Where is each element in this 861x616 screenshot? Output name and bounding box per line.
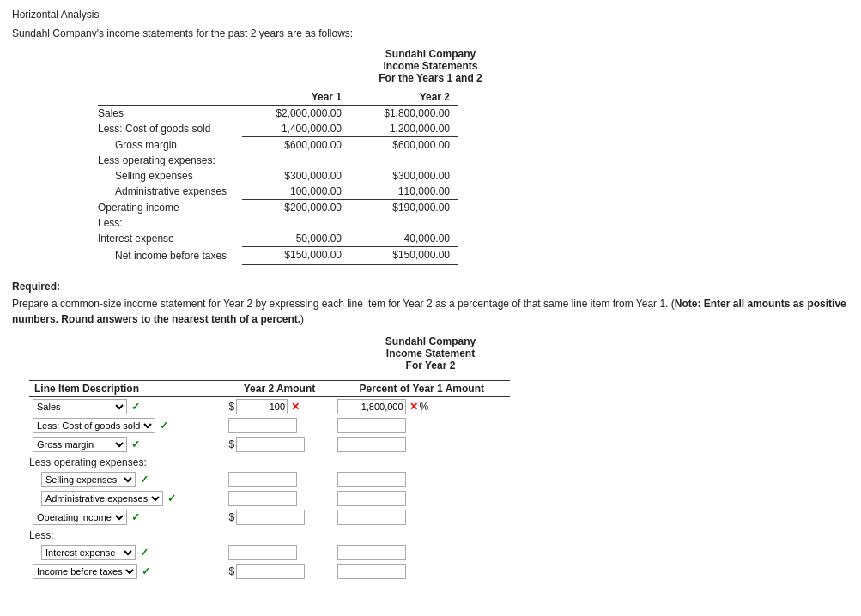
income-before-taxes-amount-input[interactable] [236, 564, 305, 579]
table-row: Sales $2,000,000.00 $1,800,000.00 [98, 106, 458, 122]
required-section: Required: Prepare a common-size income s… [12, 281, 849, 327]
row-label-cell: Administrative expenses ✓ [29, 489, 225, 508]
row-label-cell: Less: Cost of goods sold ✓ [29, 416, 225, 435]
row-pct-cell [334, 508, 510, 527]
table-row: Less: Cost of goods sold ✓ [29, 416, 510, 435]
col-year2: Year 2 [350, 89, 458, 106]
interest-exp-dropdown[interactable]: Interest expense [41, 545, 136, 560]
row-pct-cell [334, 543, 510, 562]
dollar-sign-oi: $ [228, 511, 234, 523]
row-amount-cell [225, 543, 333, 562]
row-y2: $600,000.00 [350, 137, 458, 154]
row-label: Less: Cost of goods sold [98, 121, 242, 137]
company-name-2: Sundahl Company [12, 335, 849, 347]
table-row: Income before taxes ✓ $ [29, 562, 510, 581]
row-amount-cell: $ [225, 508, 333, 527]
required-text-1: Prepare a common-size income statement f… [12, 298, 675, 310]
table-row: Interest expense ✓ [29, 543, 510, 562]
row-amount-cell: $ [225, 435, 333, 454]
row-pct-cell [334, 489, 510, 508]
operating-income-pct-input[interactable] [337, 510, 406, 525]
row-pct-cell [334, 435, 510, 454]
row-amount-cell [225, 416, 333, 435]
row-y1: $600,000.00 [242, 137, 350, 154]
operating-income-dropdown[interactable]: Operating income [33, 510, 127, 525]
page-title: Horizontal Analysis [12, 9, 849, 21]
table-row: Administrative expenses ✓ [29, 489, 510, 508]
selling-exp-dropdown[interactable]: Selling expenses [41, 472, 136, 487]
interest-exp-pct-input[interactable] [337, 545, 406, 560]
cogs-amount-input[interactable] [228, 418, 297, 433]
row-pct-cell: ✕ % [334, 397, 510, 417]
row-y2: $190,000.00 [350, 200, 458, 216]
gross-margin-amount-input[interactable] [236, 437, 305, 452]
company-header-2: Sundahl Company Income Statement For Yea… [12, 335, 849, 371]
row-pct-cell [334, 470, 510, 489]
company-name-1: Sundahl Company [12, 48, 849, 60]
table-row: Net income before taxes $150,000.00 $150… [98, 247, 458, 264]
table-row: Interest expense 50,000.00 40,000.00 [98, 231, 458, 247]
gross-margin-pct-input[interactable] [337, 437, 406, 452]
row-y2 [350, 215, 458, 231]
sales-pct-input[interactable] [337, 399, 406, 414]
selling-exp-pct-input[interactable] [337, 472, 406, 487]
col-header-desc: Line Item Description [29, 381, 225, 397]
cogs-check: ✓ [160, 420, 168, 432]
row-y1: $150,000.00 [242, 247, 350, 264]
income-before-taxes-check: ✓ [142, 565, 150, 577]
table-row: Operating income ✓ $ [29, 508, 510, 527]
admin-exp-dropdown[interactable]: Administrative expenses [41, 491, 163, 506]
row-label: Gross margin [98, 137, 242, 154]
row-label-cell: Sales ✓ [29, 397, 225, 417]
cogs-dropdown[interactable]: Less: Cost of goods sold [33, 418, 155, 433]
row-label: Operating income [98, 200, 242, 216]
row-y2: $150,000.00 [350, 247, 458, 264]
row-y2: $1,800,000.00 [350, 106, 458, 122]
cogs-pct-input[interactable] [337, 418, 406, 433]
table-row: Sales ✓ $ ✕ ✕ % [29, 397, 510, 417]
row-y2: $300,000.00 [350, 168, 458, 184]
row-y1: $300,000.00 [242, 168, 350, 184]
row-label: Less: [98, 215, 242, 231]
row-label-cell: Operating income ✓ [29, 508, 225, 527]
row-label: Interest expense [98, 231, 242, 247]
row-label-cell: Interest expense ✓ [29, 543, 225, 562]
row-y2: 40,000.00 [350, 231, 458, 247]
admin-exp-pct-input[interactable] [337, 491, 406, 506]
required-text-2: ) [300, 313, 304, 325]
selling-exp-check: ✓ [140, 474, 149, 486]
col-header-amount: Year 2 Amount [225, 381, 333, 397]
stmt-title-2: Income Statement [12, 347, 849, 359]
less-opex-label: Less operating expenses: [29, 454, 510, 470]
selling-exp-amount-input[interactable] [228, 472, 297, 487]
row-y1 [242, 153, 350, 168]
row-label: Administrative expenses [98, 184, 242, 200]
gross-margin-check: ✓ [131, 438, 140, 450]
sales-amount-input[interactable] [236, 399, 288, 414]
sales-dropdown[interactable]: Sales [33, 399, 127, 414]
row-y1: $200,000.00 [242, 200, 350, 216]
income-before-taxes-pct-input[interactable] [337, 564, 406, 579]
dollar-sign-sales: $ [228, 401, 234, 413]
row-amount-cell: $ ✕ [225, 397, 333, 417]
row-y1 [242, 215, 350, 231]
gross-margin-dropdown[interactable]: Gross margin [33, 437, 127, 452]
less-label: Less: [29, 527, 510, 543]
row-pct-cell [334, 562, 510, 581]
table-row: Operating income $200,000.00 $190,000.00 [98, 200, 458, 216]
row-label: Net income before taxes [98, 247, 242, 264]
row-y1: 50,000.00 [242, 231, 350, 247]
admin-exp-amount-input[interactable] [228, 491, 297, 506]
sales-pct-x: ✕ [409, 401, 418, 413]
table-row: Administrative expenses 100,000.00 110,0… [98, 184, 458, 200]
operating-income-amount-input[interactable] [236, 510, 305, 525]
table-row: Selling expenses $300,000.00 $300,000.00 [98, 168, 458, 184]
income-before-taxes-dropdown[interactable]: Income before taxes [33, 564, 137, 579]
dollar-sign-gm: $ [228, 438, 234, 450]
required-label: Required: [12, 281, 849, 293]
row-amount-cell [225, 470, 333, 489]
interest-exp-amount-input[interactable] [228, 545, 297, 560]
pct-suffix-sales: % [420, 401, 429, 413]
row-label: Sales [98, 106, 242, 122]
row-y1: $2,000,000.00 [242, 106, 350, 122]
